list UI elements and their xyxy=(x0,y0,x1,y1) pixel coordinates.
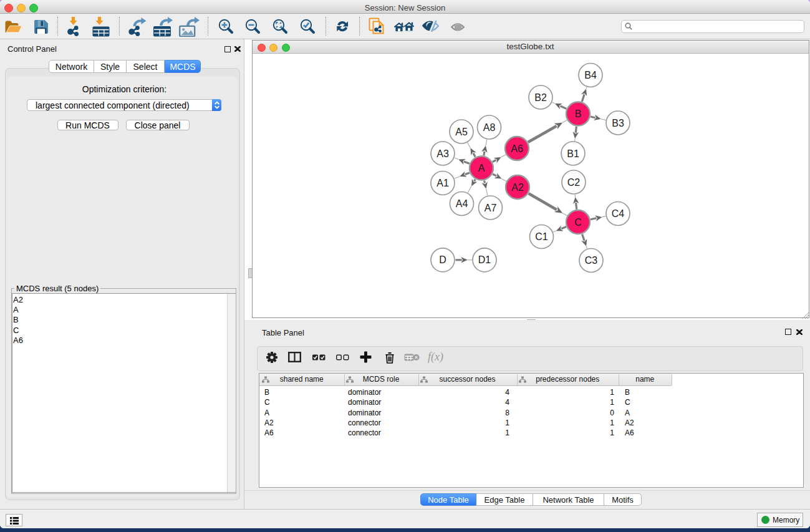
svg-text:B3: B3 xyxy=(612,118,624,128)
svg-text:C3: C3 xyxy=(585,255,598,266)
svg-text:B2: B2 xyxy=(534,92,547,103)
svg-text:A6: A6 xyxy=(511,143,523,154)
svg-text:A: A xyxy=(478,163,485,173)
svg-text:A4: A4 xyxy=(456,198,468,209)
svg-text:A8: A8 xyxy=(483,122,496,133)
svg-text:D1: D1 xyxy=(478,254,491,265)
svg-text:A3: A3 xyxy=(436,148,449,159)
svg-text:C4: C4 xyxy=(612,208,625,219)
svg-text:B: B xyxy=(575,109,582,119)
svg-text:C1: C1 xyxy=(535,231,548,242)
svg-text:A5: A5 xyxy=(455,127,468,137)
svg-text:B4: B4 xyxy=(584,70,597,80)
svg-text:A1: A1 xyxy=(436,178,449,188)
svg-text:C2: C2 xyxy=(567,177,581,188)
svg-text:A2: A2 xyxy=(511,182,524,193)
svg-text:A7: A7 xyxy=(485,203,497,213)
svg-text:C: C xyxy=(574,217,582,228)
svg-text:B1: B1 xyxy=(567,148,579,159)
svg-text:D: D xyxy=(439,254,446,265)
